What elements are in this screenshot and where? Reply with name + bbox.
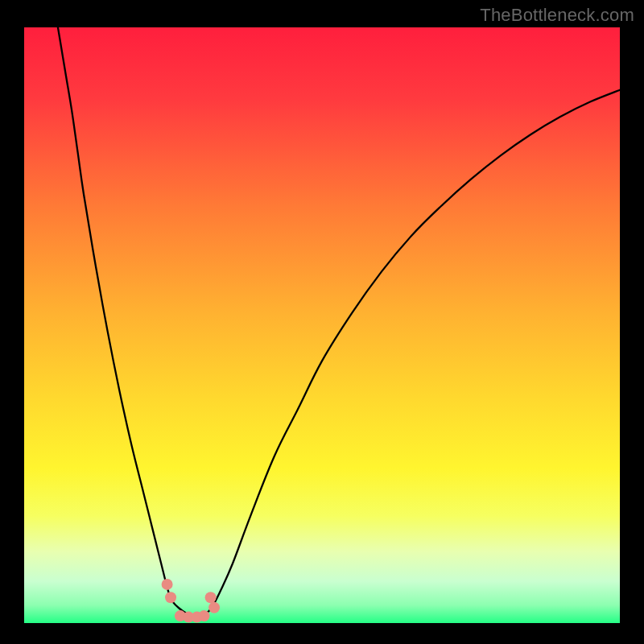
marker-left-pair-bottom	[165, 592, 176, 603]
gradient-background	[24, 27, 620, 623]
marker-right-pair-top	[205, 592, 217, 603]
chart-svg	[24, 27, 620, 623]
chart-container: TheBottleneck.com	[0, 0, 644, 644]
marker-left-pair-top	[162, 579, 173, 590]
marker-right-pair-bottom	[208, 602, 220, 613]
watermark-text: TheBottleneck.com	[480, 5, 634, 26]
plot-area	[24, 27, 620, 623]
marker-floor-d	[198, 610, 209, 621]
